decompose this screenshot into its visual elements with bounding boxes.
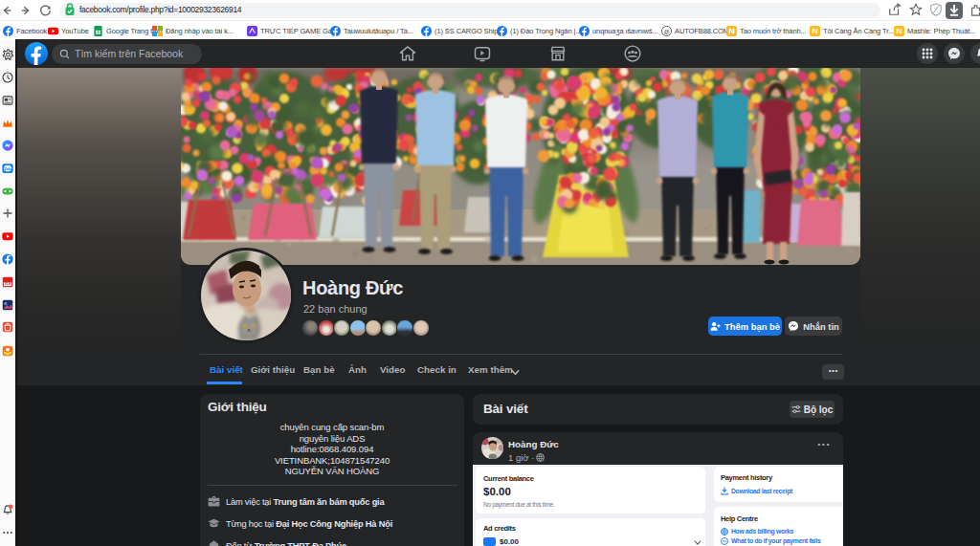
svg-text:@: @ xyxy=(663,27,669,33)
svg-text:Zalo: Zalo xyxy=(4,167,11,171)
svg-text:25.8: 25.8 xyxy=(4,282,11,286)
